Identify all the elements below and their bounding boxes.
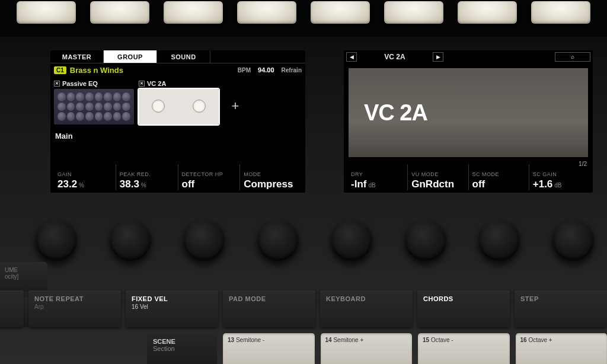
plugin-preview: VC 2A (349, 68, 588, 157)
track-name: Brass n Winds (70, 66, 234, 75)
plugin-1-name: Passive EQ (62, 80, 98, 87)
next-preset-button[interactable]: ▶ (433, 52, 443, 62)
pad-14[interactable]: 14 Semitone + (321, 333, 413, 364)
top-button-row (0, 0, 607, 37)
plugin-chain: ✕ Passive EQ ✕ VC 2A (50, 76, 305, 128)
param-mode[interactable]: MODE Compress (239, 164, 302, 190)
left-screen: MASTER GROUP SOUND C1 Brass n Winds BPM … (50, 50, 305, 193)
pad-row: SCENE Section 13 Semitone - 14 Semitone … (147, 333, 607, 364)
browser-header: ◀ VC 2A ▶ ⌕ (344, 50, 593, 63)
param-row-right: DRY -InfdB VU MODE GnRdctn SC MODE off S… (344, 164, 593, 193)
track-info-row: C1 Brass n Winds BPM 94.00 Refrain (50, 63, 305, 76)
knob-8[interactable] (552, 219, 594, 261)
bpm-value[interactable]: 94.00 (258, 66, 274, 74)
plugin-2-thumbnail (139, 89, 219, 124)
track-index-badge: C1 (54, 66, 66, 74)
top-button-2[interactable] (90, 1, 149, 24)
scope-tabs: MASTER GROUP SOUND (50, 50, 305, 63)
knob-4[interactable] (257, 219, 299, 261)
browser-title: VC 2A (359, 53, 430, 61)
plugin-2-name: VC 2A (147, 80, 166, 87)
search-button[interactable]: ⌕ (555, 52, 590, 62)
knob-6[interactable] (405, 219, 446, 261)
top-button-5[interactable] (311, 1, 370, 24)
knob-1[interactable] (36, 219, 77, 261)
param-sc-mode[interactable]: SC MODE off (468, 164, 529, 190)
search-icon: ⌕ (571, 53, 574, 60)
preview-title: VC 2A (364, 100, 427, 126)
mode-button-row: NOTE REPEAT Arp FIXED VEL 16 Vel PAD MOD… (0, 290, 607, 327)
knob-2[interactable] (110, 219, 151, 261)
plugin-1-thumbnail (54, 89, 134, 124)
tab-sound[interactable]: SOUND (157, 50, 210, 63)
param-detector-hp[interactable]: DETECTOR HP off (178, 164, 240, 190)
knob-7[interactable] (478, 219, 520, 261)
note-repeat-button[interactable]: NOTE REPEAT Arp (28, 290, 121, 327)
knob-3[interactable] (183, 219, 225, 261)
plugin-power-icon[interactable]: ✕ (139, 81, 145, 87)
fixed-vel-button[interactable]: FIXED VEL 16 Vel (126, 290, 218, 327)
right-screen: ◀ VC 2A ▶ ⌕ VC 2A 1/2 DRY -InfdB VU MODE… (344, 50, 593, 193)
param-section-label: Main (50, 128, 305, 141)
volume-button[interactable]: UME ocity] (0, 262, 47, 292)
top-button-7[interactable] (458, 1, 517, 24)
param-vu-mode[interactable]: VU MODE GnRdctn (407, 164, 468, 190)
param-gain[interactable]: GAIN 23.2% (54, 164, 116, 190)
step-button[interactable]: STEP (515, 290, 607, 327)
param-dry[interactable]: DRY -InfdB (347, 164, 407, 190)
knob-5[interactable] (331, 219, 372, 261)
top-button-3[interactable] (164, 1, 223, 24)
bpm-label: BPM (238, 67, 251, 74)
prev-preset-button[interactable]: ◀ (346, 52, 357, 62)
chords-button[interactable]: CHORDS (417, 290, 510, 327)
param-row-left: GAIN 23.2% PEAK RED. 38.3% DETECTOR HP o… (50, 164, 305, 193)
note-repeat-button[interactable] (0, 290, 24, 327)
pad-15[interactable]: 15 Octave - (418, 333, 510, 364)
param-peak-red[interactable]: PEAK RED. 38.3% (116, 164, 178, 190)
pad-16[interactable]: 16 Octave + (516, 333, 608, 364)
plugin-power-icon[interactable]: ✕ (54, 81, 60, 87)
pad-mode-button[interactable]: PAD MODE (223, 290, 315, 327)
pattern-name: Refrain (282, 67, 302, 74)
knob-row (36, 219, 594, 261)
top-button-4[interactable] (237, 1, 296, 24)
add-plugin-button[interactable]: + (223, 87, 247, 124)
top-button-8[interactable] (531, 1, 590, 24)
scene-button[interactable]: SCENE Section (147, 333, 217, 364)
top-button-1[interactable] (17, 1, 76, 24)
param-sc-gain[interactable]: SC GAIN +1.6dB (529, 164, 589, 190)
top-button-6[interactable] (384, 1, 443, 24)
plugin-slot-2[interactable]: ✕ VC 2A (139, 80, 219, 124)
tab-master[interactable]: MASTER (50, 50, 104, 63)
pad-13[interactable]: 13 Semitone - (223, 333, 315, 364)
tab-group[interactable]: GROUP (104, 50, 157, 63)
plugin-slot-1[interactable]: ✕ Passive EQ (54, 80, 134, 124)
keyboard-button[interactable]: KEYBOARD (320, 290, 413, 327)
